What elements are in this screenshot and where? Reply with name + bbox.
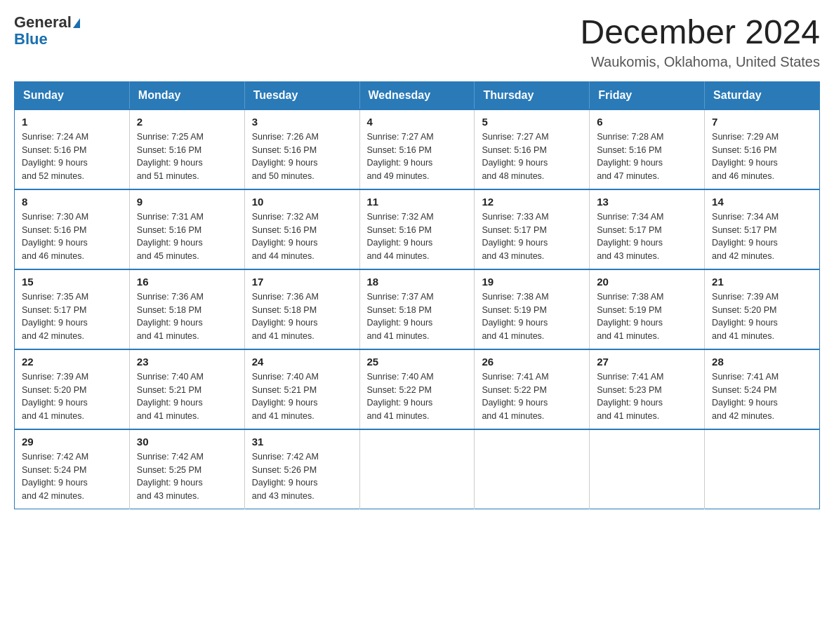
weekday-header-friday: Friday [590, 81, 705, 109]
day-number: 23 [137, 356, 237, 368]
day-number: 14 [712, 196, 812, 208]
day-number: 16 [137, 276, 237, 288]
calendar-cell: 25Sunrise: 7:40 AMSunset: 5:22 PMDayligh… [359, 349, 475, 429]
logo-blue: Blue [14, 30, 48, 48]
day-info: Sunrise: 7:41 AMSunset: 5:24 PMDaylight:… [712, 370, 812, 423]
day-number: 20 [597, 276, 697, 288]
day-info: Sunrise: 7:41 AMSunset: 5:22 PMDaylight:… [482, 370, 582, 423]
day-number: 17 [252, 276, 352, 288]
day-number: 30 [137, 436, 237, 448]
day-number: 15 [22, 276, 122, 288]
day-info: Sunrise: 7:42 AMSunset: 5:26 PMDaylight:… [252, 450, 352, 503]
day-number: 10 [252, 196, 352, 208]
day-number: 24 [252, 356, 352, 368]
calendar-cell: 26Sunrise: 7:41 AMSunset: 5:22 PMDayligh… [475, 349, 590, 429]
weekday-header-thursday: Thursday [475, 81, 590, 109]
day-number: 29 [22, 436, 122, 448]
day-number: 5 [482, 116, 582, 128]
calendar-cell: 23Sunrise: 7:40 AMSunset: 5:21 PMDayligh… [129, 349, 244, 429]
day-info: Sunrise: 7:36 AMSunset: 5:18 PMDaylight:… [252, 290, 352, 343]
calendar-cell: 20Sunrise: 7:38 AMSunset: 5:19 PMDayligh… [590, 269, 705, 349]
day-number: 27 [597, 356, 697, 368]
logo-general: General [14, 13, 72, 31]
day-number: 7 [712, 116, 812, 128]
day-info: Sunrise: 7:42 AMSunset: 5:24 PMDaylight:… [22, 450, 122, 503]
day-info: Sunrise: 7:33 AMSunset: 5:17 PMDaylight:… [482, 210, 582, 263]
calendar-cell: 17Sunrise: 7:36 AMSunset: 5:18 PMDayligh… [244, 269, 359, 349]
calendar-cell: 6Sunrise: 7:28 AMSunset: 5:16 PMDaylight… [590, 109, 705, 189]
day-number: 28 [712, 356, 812, 368]
calendar-cell: 22Sunrise: 7:39 AMSunset: 5:20 PMDayligh… [15, 349, 130, 429]
day-info: Sunrise: 7:40 AMSunset: 5:21 PMDaylight:… [252, 370, 352, 423]
calendar-cell: 24Sunrise: 7:40 AMSunset: 5:21 PMDayligh… [244, 349, 359, 429]
calendar-cell [590, 429, 705, 509]
calendar-cell: 11Sunrise: 7:32 AMSunset: 5:16 PMDayligh… [359, 189, 475, 269]
day-info: Sunrise: 7:35 AMSunset: 5:17 PMDaylight:… [22, 290, 122, 343]
calendar-cell: 19Sunrise: 7:38 AMSunset: 5:19 PMDayligh… [475, 269, 590, 349]
calendar-week-row: 1Sunrise: 7:24 AMSunset: 5:16 PMDaylight… [15, 109, 820, 189]
day-number: 12 [482, 196, 582, 208]
calendar-cell: 13Sunrise: 7:34 AMSunset: 5:17 PMDayligh… [590, 189, 705, 269]
day-number: 26 [482, 356, 582, 368]
calendar-cell: 10Sunrise: 7:32 AMSunset: 5:16 PMDayligh… [244, 189, 359, 269]
calendar-cell [475, 429, 590, 509]
calendar-cell: 27Sunrise: 7:41 AMSunset: 5:23 PMDayligh… [590, 349, 705, 429]
day-number: 19 [482, 276, 582, 288]
day-info: Sunrise: 7:41 AMSunset: 5:23 PMDaylight:… [597, 370, 697, 423]
calendar-table: SundayMondayTuesdayWednesdayThursdayFrid… [14, 81, 820, 509]
day-info: Sunrise: 7:36 AMSunset: 5:18 PMDaylight:… [137, 290, 237, 343]
day-number: 31 [252, 436, 352, 448]
calendar-cell: 5Sunrise: 7:27 AMSunset: 5:16 PMDaylight… [475, 109, 590, 189]
calendar-cell: 1Sunrise: 7:24 AMSunset: 5:16 PMDaylight… [15, 109, 130, 189]
day-number: 11 [367, 196, 468, 208]
day-number: 3 [252, 116, 352, 128]
calendar-cell: 21Sunrise: 7:39 AMSunset: 5:20 PMDayligh… [705, 269, 820, 349]
day-number: 13 [597, 196, 697, 208]
weekday-header-tuesday: Tuesday [244, 81, 359, 109]
weekday-header-row: SundayMondayTuesdayWednesdayThursdayFrid… [15, 81, 820, 109]
day-info: Sunrise: 7:34 AMSunset: 5:17 PMDaylight:… [597, 210, 697, 263]
calendar-cell: 7Sunrise: 7:29 AMSunset: 5:16 PMDaylight… [705, 109, 820, 189]
day-info: Sunrise: 7:27 AMSunset: 5:16 PMDaylight:… [367, 130, 468, 183]
calendar-cell: 14Sunrise: 7:34 AMSunset: 5:17 PMDayligh… [705, 189, 820, 269]
day-info: Sunrise: 7:32 AMSunset: 5:16 PMDaylight:… [367, 210, 468, 263]
day-info: Sunrise: 7:27 AMSunset: 5:16 PMDaylight:… [482, 130, 582, 183]
calendar-week-row: 29Sunrise: 7:42 AMSunset: 5:24 PMDayligh… [15, 429, 820, 509]
day-info: Sunrise: 7:26 AMSunset: 5:16 PMDaylight:… [252, 130, 352, 183]
calendar-cell: 28Sunrise: 7:41 AMSunset: 5:24 PMDayligh… [705, 349, 820, 429]
day-info: Sunrise: 7:28 AMSunset: 5:16 PMDaylight:… [597, 130, 697, 183]
calendar-cell [705, 429, 820, 509]
calendar-cell: 31Sunrise: 7:42 AMSunset: 5:26 PMDayligh… [244, 429, 359, 509]
day-info: Sunrise: 7:31 AMSunset: 5:16 PMDaylight:… [137, 210, 237, 263]
day-number: 6 [597, 116, 697, 128]
day-info: Sunrise: 7:38 AMSunset: 5:19 PMDaylight:… [482, 290, 582, 343]
calendar-cell [359, 429, 475, 509]
weekday-header-saturday: Saturday [705, 81, 820, 109]
day-info: Sunrise: 7:38 AMSunset: 5:19 PMDaylight:… [597, 290, 697, 343]
day-info: Sunrise: 7:40 AMSunset: 5:21 PMDaylight:… [137, 370, 237, 423]
day-info: Sunrise: 7:39 AMSunset: 5:20 PMDaylight:… [712, 290, 812, 343]
day-info: Sunrise: 7:29 AMSunset: 5:16 PMDaylight:… [712, 130, 812, 183]
day-info: Sunrise: 7:30 AMSunset: 5:16 PMDaylight:… [22, 210, 122, 263]
day-info: Sunrise: 7:42 AMSunset: 5:25 PMDaylight:… [137, 450, 237, 503]
day-info: Sunrise: 7:39 AMSunset: 5:20 PMDaylight:… [22, 370, 122, 423]
calendar-cell: 8Sunrise: 7:30 AMSunset: 5:16 PMDaylight… [15, 189, 130, 269]
title-block: December 2024 Waukomis, Oklahoma, United… [580, 14, 820, 70]
day-number: 25 [367, 356, 468, 368]
day-number: 2 [137, 116, 237, 128]
location: Waukomis, Oklahoma, United States [580, 54, 820, 70]
weekday-header-monday: Monday [129, 81, 244, 109]
day-number: 9 [137, 196, 237, 208]
logo: General Blue [14, 14, 80, 48]
day-number: 22 [22, 356, 122, 368]
weekday-header-wednesday: Wednesday [359, 81, 475, 109]
calendar-cell: 16Sunrise: 7:36 AMSunset: 5:18 PMDayligh… [129, 269, 244, 349]
calendar-cell: 18Sunrise: 7:37 AMSunset: 5:18 PMDayligh… [359, 269, 475, 349]
day-number: 21 [712, 276, 812, 288]
day-info: Sunrise: 7:37 AMSunset: 5:18 PMDaylight:… [367, 290, 468, 343]
calendar-week-row: 22Sunrise: 7:39 AMSunset: 5:20 PMDayligh… [15, 349, 820, 429]
calendar-cell: 29Sunrise: 7:42 AMSunset: 5:24 PMDayligh… [15, 429, 130, 509]
logo-triangle-icon [73, 18, 80, 28]
calendar-cell: 2Sunrise: 7:25 AMSunset: 5:16 PMDaylight… [129, 109, 244, 189]
page-header: General Blue December 2024 Waukomis, Okl… [14, 14, 820, 70]
